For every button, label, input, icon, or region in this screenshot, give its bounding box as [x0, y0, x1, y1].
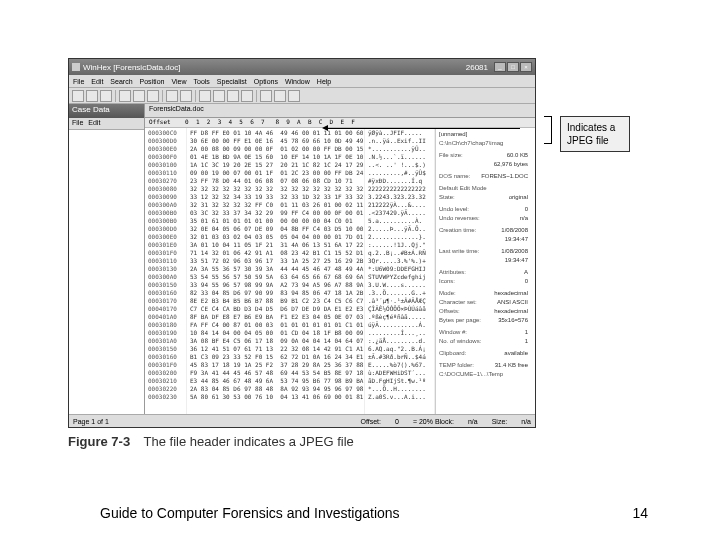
- write-time: 19:34:47: [505, 256, 528, 264]
- offsets-label: Offsets:: [439, 307, 460, 315]
- tool-nav3-icon[interactable]: [227, 90, 239, 102]
- statusbar: Page 1 of 1 Offset: 0 = 20% Block: n/a S…: [69, 414, 535, 427]
- tool-find-icon[interactable]: [119, 90, 131, 102]
- tool-nav1-icon[interactable]: [199, 90, 211, 102]
- filesize-label: File size:: [439, 151, 463, 159]
- menu-search[interactable]: Search: [110, 78, 132, 85]
- tool-print-icon[interactable]: [100, 90, 112, 102]
- offset-column: 000300C0 000300D0 000300E0 000300F0 0003…: [145, 128, 187, 414]
- write-label: Last write time:: [439, 247, 479, 255]
- titlebar: WinHex [ForensicData.doc] 26081 _ □ ×: [69, 59, 535, 75]
- charset-value: ANSI ASCII: [497, 298, 528, 306]
- clipboard-label: Clipboard:: [439, 349, 466, 357]
- tool-a-icon[interactable]: [166, 90, 178, 102]
- figure-number: Figure 7-3: [68, 434, 130, 449]
- mode-value: hexadecimal: [494, 289, 528, 297]
- app-icon: [72, 63, 80, 71]
- status-offset-value: 0: [395, 418, 399, 425]
- maximize-button[interactable]: □: [507, 62, 519, 72]
- status-offset-label: Offset:: [361, 418, 382, 425]
- status-size-value: n/a: [521, 418, 531, 425]
- doc-tab[interactable]: ForensicData.doc: [145, 104, 535, 118]
- minimize-button[interactable]: _: [494, 62, 506, 72]
- callout-arrow: [324, 128, 520, 129]
- menu-edit[interactable]: Edit: [91, 78, 103, 85]
- hex-view[interactable]: 000300C0 000300D0 000300E0 000300F0 0003…: [145, 128, 535, 414]
- clipboards-value: 1: [525, 337, 528, 345]
- creation-date: 1/08/2008: [501, 226, 528, 234]
- close-button[interactable]: ×: [520, 62, 532, 72]
- status-na: n/a: [468, 418, 478, 425]
- menu-help[interactable]: Help: [317, 78, 331, 85]
- callout-box: Indicates a JPEG file: [560, 116, 630, 152]
- attr-label: Attributes:: [439, 268, 466, 276]
- tool-y-icon[interactable]: [274, 90, 286, 102]
- state-label: State:: [439, 193, 455, 201]
- side-edit[interactable]: Edit: [88, 119, 100, 128]
- tool-open-icon[interactable]: [72, 90, 84, 102]
- write-date: 1/08/2008: [501, 247, 528, 255]
- creation-label: Creation time:: [439, 226, 476, 234]
- search-id: 26081: [466, 63, 488, 72]
- clipboards-label: No. of windows:: [439, 337, 481, 345]
- menu-window[interactable]: Window: [285, 78, 310, 85]
- undo-rev-label: Undo reverses:: [439, 214, 480, 222]
- side-panel: Case Data File Edit: [69, 104, 145, 414]
- window-label: Window #:: [439, 328, 467, 336]
- menu-options[interactable]: Options: [254, 78, 278, 85]
- callout-bracket: [544, 116, 552, 144]
- winhex-window: WinHex [ForensicData.doc] 26081 _ □ × Fi…: [68, 58, 536, 428]
- state-value: original: [509, 193, 528, 201]
- info-panel: [unnamed] C:\InCh\ch7\chap7\imag File si…: [435, 128, 531, 414]
- path-value: C:\InCh\ch7\chap7\imag: [439, 139, 503, 147]
- tool-nav4-icon[interactable]: [241, 90, 253, 102]
- tool-copy-icon[interactable]: [133, 90, 145, 102]
- main-area: ForensicData.doc Offset 0 1 2 3 4 5 6 7 …: [145, 104, 535, 414]
- icons-value: 0: [525, 277, 528, 285]
- menubar: File Edit Search Position View Tools Spe…: [69, 75, 535, 88]
- temp-label: TEMP folder:: [439, 361, 474, 369]
- status-page: Page 1 of 1: [73, 418, 109, 425]
- menu-tools[interactable]: Tools: [193, 78, 209, 85]
- default-edit-label: Default Edit Mode: [439, 184, 487, 192]
- tool-x-icon[interactable]: [260, 90, 272, 102]
- tool-nav2-icon[interactable]: [213, 90, 225, 102]
- charset-label: Character set:: [439, 298, 477, 306]
- filesize-value: 60.0 KB: [507, 151, 528, 159]
- attr-value: A: [524, 268, 528, 276]
- undo-rev-value: n/a: [520, 214, 528, 222]
- menu-position[interactable]: Position: [140, 78, 165, 85]
- icons-label: Icons:: [439, 277, 455, 285]
- temp-path: C:\DOCUME~1\...\Temp: [439, 370, 503, 378]
- bpp-value: 35x16=576: [498, 316, 528, 324]
- undo-value: 0: [525, 205, 528, 213]
- tool-b-icon[interactable]: [180, 90, 192, 102]
- hex-bytes-column[interactable]: FF D8 FF E0 01 10 4A 46 49 46 00 01 11 0…: [187, 128, 365, 414]
- mode-label: Mode:: [439, 289, 456, 297]
- tool-paste-icon[interactable]: [147, 90, 159, 102]
- dos-label: DOS name:: [439, 172, 470, 180]
- toolbar: [69, 88, 535, 104]
- status-block: = 20% Block:: [413, 418, 454, 425]
- tool-save-icon[interactable]: [86, 90, 98, 102]
- undo-label: Undo level:: [439, 205, 469, 213]
- figure-caption: Figure 7-3 The file header indicates a J…: [68, 434, 652, 449]
- column-header: Offset 0 1 2 3 4 5 6 7 8 9 A B C D E F: [145, 118, 535, 128]
- unnamed-label: [unnamed]: [439, 130, 467, 138]
- menu-view[interactable]: View: [171, 78, 186, 85]
- side-file[interactable]: File: [72, 119, 83, 128]
- window-title: WinHex [ForensicData.doc]: [83, 63, 180, 72]
- bpp-label: Bytes per page:: [439, 316, 481, 324]
- side-title: Case Data: [69, 104, 144, 118]
- menu-specialist[interactable]: Specialist: [217, 78, 247, 85]
- figure-caption-text: The file header indicates a JPEG file: [144, 434, 354, 449]
- offsets-value: hexadecimal: [494, 307, 528, 315]
- side-body: [69, 130, 144, 414]
- clipboard-value: available: [504, 349, 528, 357]
- ascii-column[interactable]: ÿØÿà..JFIF..... .n..ÿá..Exif..II *......…: [365, 128, 435, 414]
- window-value: 1: [525, 328, 528, 336]
- dos-value: FORENS~1.DOC: [481, 172, 528, 180]
- menu-file[interactable]: File: [73, 78, 84, 85]
- footer-text: Guide to Computer Forensics and Investig…: [100, 505, 400, 521]
- tool-z-icon[interactable]: [288, 90, 300, 102]
